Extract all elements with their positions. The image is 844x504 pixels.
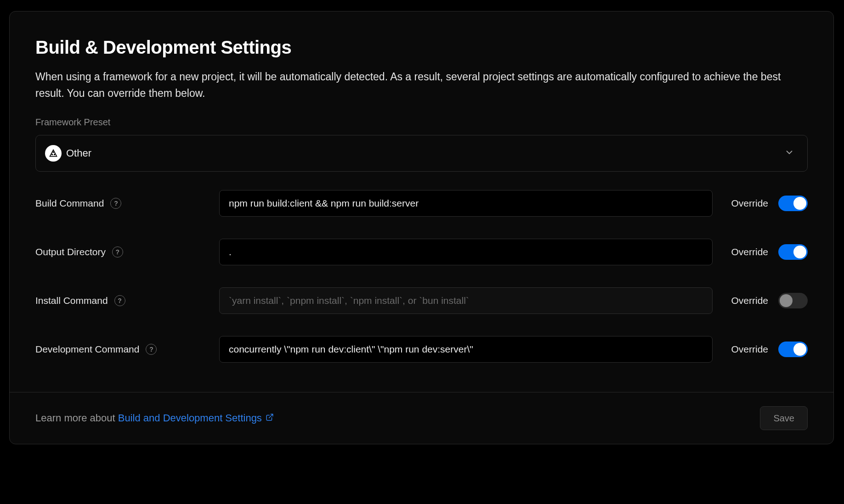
install-command-override-toggle[interactable]	[778, 293, 808, 308]
framework-preset-select[interactable]: Other	[35, 135, 808, 172]
settings-card: Build & Development Settings When using …	[9, 11, 834, 444]
install-command-label-wrap: Install Command ?	[35, 295, 219, 306]
build-command-input-wrap	[219, 190, 713, 217]
output-directory-label-wrap: Output Directory ?	[35, 246, 219, 258]
svg-point-2	[54, 154, 55, 155]
row-build-command: Build Command ? Override	[35, 190, 808, 217]
docs-link-text: Build and Development Settings	[118, 412, 262, 424]
override-label: Override	[731, 246, 768, 258]
framework-icon	[45, 145, 62, 162]
install-command-input	[219, 287, 713, 314]
override-label: Override	[731, 198, 768, 209]
development-command-input[interactable]	[219, 336, 713, 363]
footer-text: Learn more about Build and Development S…	[35, 412, 274, 424]
page-description: When using a framework for a new project…	[35, 69, 798, 101]
page-title: Build & Development Settings	[35, 37, 808, 58]
save-button[interactable]: Save	[760, 406, 808, 430]
install-command-input-wrap	[219, 287, 713, 314]
output-directory-label: Output Directory	[35, 246, 106, 258]
row-output-directory: Output Directory ? Override	[35, 239, 808, 265]
build-command-label-wrap: Build Command ?	[35, 198, 219, 209]
output-directory-input[interactable]	[219, 239, 713, 265]
build-command-input[interactable]	[219, 190, 713, 217]
help-icon[interactable]: ?	[114, 295, 125, 306]
chevron-down-icon	[784, 147, 794, 159]
development-command-label-wrap: Development Command ?	[35, 344, 219, 355]
override-label: Override	[731, 295, 768, 306]
install-command-label: Install Command	[35, 295, 108, 306]
card-body: Build & Development Settings When using …	[10, 11, 833, 392]
development-command-input-wrap	[219, 336, 713, 363]
svg-point-0	[53, 152, 54, 153]
development-command-override: Override	[731, 342, 808, 357]
help-icon[interactable]: ?	[112, 246, 123, 258]
output-directory-override-toggle[interactable]	[778, 244, 808, 260]
external-link-icon	[266, 412, 274, 424]
help-icon[interactable]: ?	[146, 344, 157, 355]
framework-preset-label: Framework Preset	[35, 117, 808, 128]
framework-preset-value: Other	[66, 147, 784, 159]
help-icon[interactable]: ?	[110, 198, 121, 209]
row-development-command: Development Command ? Override	[35, 336, 808, 363]
build-command-label: Build Command	[35, 198, 104, 209]
settings-rows: Build Command ? Override Output Director…	[35, 190, 808, 363]
docs-link[interactable]: Build and Development Settings	[118, 412, 274, 424]
footer-prefix: Learn more about	[35, 412, 118, 424]
development-command-label: Development Command	[35, 344, 139, 355]
install-command-override: Override	[731, 293, 808, 308]
row-install-command: Install Command ? Override	[35, 287, 808, 314]
card-footer: Learn more about Build and Development S…	[10, 392, 833, 444]
build-command-override: Override	[731, 196, 808, 211]
output-directory-override: Override	[731, 244, 808, 260]
build-command-override-toggle[interactable]	[778, 196, 808, 211]
development-command-override-toggle[interactable]	[778, 342, 808, 357]
svg-line-3	[269, 414, 272, 418]
override-label: Override	[731, 344, 768, 355]
output-directory-input-wrap	[219, 239, 713, 265]
svg-point-1	[52, 154, 53, 155]
